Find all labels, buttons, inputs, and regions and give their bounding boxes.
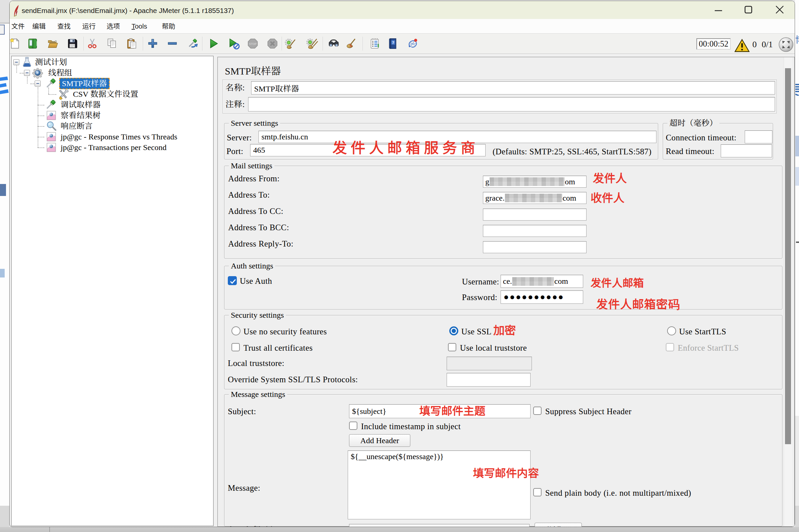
jmeter-window: sendEmail.jmx (F:\sendEmail.jmx) - Apach… bbox=[9, 1, 795, 527]
to-annotation: 收件人 bbox=[591, 191, 624, 204]
help-button[interactable]: ? bbox=[387, 37, 399, 50]
left-window-fragment-glyph bbox=[0, 25, 5, 35]
password-annotation: 发件人邮箱密码 bbox=[596, 297, 680, 310]
scrollbar-thumb[interactable] bbox=[785, 68, 791, 444]
right-window-peek-char: 博 bbox=[795, 33, 799, 46]
use-local-truststore-checkbox[interactable] bbox=[448, 343, 456, 352]
read-timeout-label: Read timeout: bbox=[666, 147, 714, 156]
tree-expand-toggle[interactable]: − bbox=[24, 70, 30, 76]
whats-this-button[interactable] bbox=[407, 37, 419, 50]
new-file-button[interactable] bbox=[9, 37, 21, 50]
address-replyto-field[interactable] bbox=[483, 241, 586, 253]
add-header-button[interactable]: Add Header bbox=[349, 434, 410, 447]
shutdown-button[interactable] bbox=[266, 37, 279, 50]
tree-node-5[interactable]: 察看结果树 bbox=[59, 110, 102, 121]
csv-config-icon bbox=[58, 89, 69, 100]
read-timeout-field[interactable] bbox=[721, 145, 772, 157]
start-no-pauses-button[interactable] bbox=[228, 37, 240, 50]
menu-item-options[interactable]: 选项 bbox=[107, 21, 120, 32]
clear-search-button[interactable] bbox=[345, 37, 358, 50]
address-bcc-field[interactable] bbox=[483, 225, 586, 237]
comment-field[interactable] bbox=[248, 97, 775, 112]
menu-item-edit[interactable]: 编辑 bbox=[32, 21, 46, 32]
copy-button[interactable] bbox=[106, 37, 119, 50]
save-button[interactable] bbox=[66, 37, 79, 50]
port-label: Port: bbox=[226, 147, 243, 156]
use-ssl-radio[interactable] bbox=[449, 326, 458, 335]
elapsed-timer[interactable]: 00:00:52 bbox=[696, 38, 731, 50]
name-field[interactable]: SMTP取样器 bbox=[251, 81, 775, 94]
toggle-button[interactable] bbox=[187, 37, 200, 50]
search-button[interactable] bbox=[327, 37, 340, 50]
stop-button[interactable]: STOP bbox=[247, 37, 259, 50]
left-window-fragment-block2 bbox=[0, 269, 5, 278]
open-file-button[interactable] bbox=[47, 37, 59, 50]
cut-button[interactable] bbox=[86, 37, 99, 50]
local-truststore-field[interactable] bbox=[447, 357, 532, 370]
function-helper-button[interactable] bbox=[369, 37, 381, 50]
tree-node-1[interactable]: 线程组 bbox=[47, 67, 74, 78]
assertion-tree-icon bbox=[46, 120, 57, 132]
listener-icon bbox=[46, 142, 57, 153]
suppress-subject-header-checkbox[interactable] bbox=[533, 406, 542, 415]
add-button[interactable] bbox=[147, 37, 159, 50]
sampler-icon bbox=[46, 99, 57, 111]
browse-button[interactable]: 浏览... bbox=[534, 523, 582, 527]
password-field[interactable]: ●●●●●●●●●● bbox=[501, 290, 583, 304]
tree-expand-toggle[interactable]: − bbox=[13, 59, 19, 65]
remove-button[interactable] bbox=[166, 37, 179, 50]
clear-button[interactable] bbox=[284, 37, 297, 50]
clear-all-button[interactable] bbox=[306, 37, 319, 50]
jmeter-logo-icon bbox=[12, 4, 20, 17]
templates-button[interactable] bbox=[26, 37, 39, 50]
tree-node-selected[interactable]: SMTP取样器 bbox=[59, 78, 110, 89]
password-masked-value: ●●●●●●●●●● bbox=[504, 292, 564, 302]
menu-item-file[interactable]: 文件 bbox=[11, 21, 25, 32]
address-to-field[interactable]: grace.com bbox=[483, 192, 586, 204]
close-icon bbox=[769, 2, 790, 18]
start-button[interactable] bbox=[207, 37, 220, 50]
open-file-icon bbox=[47, 37, 59, 50]
address-cc-field[interactable] bbox=[483, 209, 586, 221]
thread-group-tree-icon bbox=[32, 67, 43, 78]
use-ssl-label: Use SSL bbox=[461, 327, 492, 336]
address-replyto-label: Address Reply-To: bbox=[228, 239, 293, 249]
tree-node-4[interactable]: 调试取样器 bbox=[59, 99, 102, 111]
override-ssl-protocols-field[interactable] bbox=[447, 373, 530, 386]
menu-item-run[interactable]: 运行 bbox=[82, 21, 95, 32]
minimize-button[interactable] bbox=[708, 2, 729, 18]
username-field[interactable]: ce.com bbox=[501, 275, 583, 288]
tree-connector-line bbox=[48, 94, 56, 95]
tree-node-0[interactable]: 测试计划 bbox=[34, 57, 68, 68]
menu-item-search[interactable]: 查找 bbox=[57, 21, 71, 32]
tree-node-7[interactable]: jp@gc - Response Times vs Threads bbox=[59, 131, 179, 142]
maximize-button[interactable] bbox=[738, 2, 759, 18]
use-no-security-radio[interactable] bbox=[232, 326, 240, 335]
use-auth-checkbox[interactable] bbox=[228, 276, 237, 285]
window-title: sendEmail.jmx (F:\sendEmail.jmx) - Apach… bbox=[22, 6, 521, 16]
connection-timeout-field[interactable] bbox=[745, 130, 773, 144]
menu-item-help[interactable]: 帮助 bbox=[162, 21, 175, 32]
desktop-edge-bottom bbox=[0, 527, 799, 532]
use-starttls-radio[interactable] bbox=[667, 326, 676, 335]
port-defaults-note: (Defaults: SMTP:25, SSL:465, StartTLS:58… bbox=[493, 147, 651, 156]
address-from-field[interactable]: gom bbox=[483, 176, 586, 188]
add-icon bbox=[147, 37, 159, 50]
paste-button[interactable] bbox=[126, 37, 138, 50]
tree-node-3[interactable]: CSV 数据文件设置 bbox=[72, 89, 140, 100]
warning-indicator[interactable] bbox=[734, 39, 750, 53]
tree-expand-toggle[interactable]: − bbox=[35, 80, 41, 87]
enforce-starttls-checkbox[interactable] bbox=[666, 343, 674, 352]
name-label: 名称: bbox=[225, 83, 245, 93]
message-field[interactable]: ${__unescape(${message})} bbox=[348, 451, 530, 519]
include-timestamp-checkbox[interactable] bbox=[349, 421, 357, 430]
trust-all-certificates-checkbox[interactable] bbox=[232, 343, 240, 352]
attach-files-field[interactable] bbox=[349, 524, 530, 527]
send-plain-body-checkbox[interactable] bbox=[533, 488, 542, 496]
address-cc-label: Address To CC: bbox=[228, 207, 284, 216]
tree-node-8[interactable]: jp@gc - Transactions per Second bbox=[59, 142, 168, 153]
menu-item-tools[interactable]: Tools bbox=[131, 21, 147, 32]
tree-node-6[interactable]: 响应断言 bbox=[59, 120, 94, 132]
close-button[interactable] bbox=[769, 2, 790, 18]
thread-status-indicator[interactable] bbox=[778, 37, 794, 52]
